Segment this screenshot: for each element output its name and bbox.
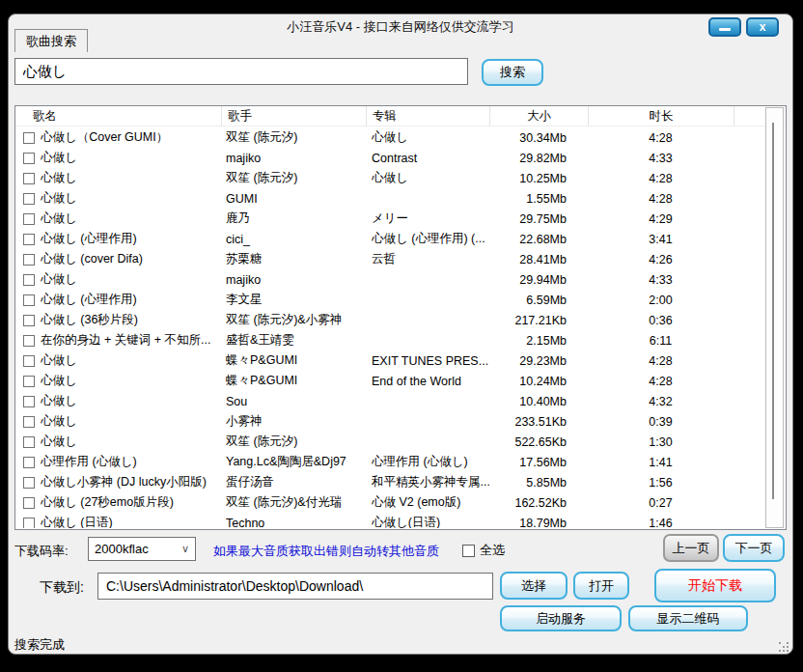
song-artist: Yang.Lc&陶陶居&Dj97 (221, 454, 366, 470)
row-checkbox[interactable] (23, 294, 35, 306)
table-row[interactable]: 心做し 双笙 (陈元汐) 心做し 10.25Mb 4:28 (15, 168, 786, 188)
row-checkbox[interactable] (23, 436, 35, 448)
song-name: 心做し (27秒emo版片段) (41, 494, 174, 511)
table-row[interactable]: 心做し（Cover GUMI） 双笙 (陈元汐) 心做し 30.34Mb 4:2… (15, 127, 786, 148)
song-size: 5.85Mb (489, 476, 588, 490)
table-row[interactable]: 心做し 鹿乃 メリー 29.75Mb 4:29 (15, 209, 786, 229)
song-duration: 0:27 (588, 496, 734, 510)
song-artist: 盛哲&王靖雯 (221, 332, 366, 349)
open-folder-button[interactable]: 打开 (573, 572, 629, 600)
song-album: 心做し (心理作用) (... (366, 231, 489, 247)
table-row[interactable]: 心做し majiko Contrast 29.82Mb 4:33 (15, 148, 786, 168)
song-duration: 4:28 (588, 131, 734, 145)
results-table: 歌名 歌手 专辑 大小 时长 心做し（Cover GUMI） 双笙 (陈元汐) … (14, 105, 787, 530)
column-header-song[interactable]: 歌名 (15, 106, 221, 126)
row-checkbox[interactable] (23, 518, 35, 529)
table-row[interactable]: 心做し 双笙 (陈元汐) 522.65Kb 1:30 (15, 432, 786, 452)
song-size: 29.82Mb (489, 152, 588, 165)
table-row[interactable]: 心做し小雾神 (DJ lucky小阳版) 蛋仔汤音 和平精英小雾神专属... 5… (15, 472, 786, 492)
bitrate-value: 2000kflac (95, 542, 149, 556)
close-icon: x (760, 20, 766, 34)
table-row[interactable]: 心做し GUMI 1.55Mb 4:28 (15, 188, 786, 209)
choose-folder-button[interactable]: 选择 (500, 572, 568, 600)
title-bar[interactable]: 小汪音乐V4 - 接口来自网络仅供交流学习 x (9, 14, 792, 40)
table-row[interactable]: 心做し majiko 29.94Mb 4:33 (15, 269, 786, 290)
row-checkbox[interactable] (23, 376, 35, 387)
select-all-control[interactable]: 全选 (462, 542, 505, 559)
song-name: 心做し (36秒片段) (41, 312, 138, 328)
song-name: 心做し (日语) (41, 515, 113, 528)
row-checkbox[interactable] (23, 396, 35, 407)
table-row[interactable]: 心做し 小雾神 233.51Kb 0:39 (15, 411, 786, 432)
table-row[interactable]: 心做し (日语) Techno 心做し(日语) 18.79Mb 1:46 (15, 513, 786, 528)
song-name: 心做し (心理作用) (41, 292, 137, 308)
row-checkbox[interactable] (23, 213, 35, 225)
row-checkbox[interactable] (23, 335, 35, 347)
row-checkbox[interactable] (23, 234, 35, 245)
row-checkbox[interactable] (23, 497, 35, 509)
bitrate-dropdown[interactable]: 2000kflac ∨ (88, 537, 196, 561)
table-row[interactable]: 心做し (心理作用) cici_ 心做し (心理作用) (... 22.68Mb… (15, 229, 786, 249)
song-album: メリー (366, 210, 489, 227)
row-checkbox[interactable] (23, 254, 35, 266)
song-artist: 蛋仔汤音 (221, 474, 366, 490)
column-header-album[interactable]: 专辑 (366, 106, 489, 126)
column-header-duration[interactable]: 时长 (588, 106, 734, 126)
table-row[interactable]: 心做し (36秒片段) 双笙 (陈元汐)&小雾神 217.21Kb 0:36 (15, 310, 786, 330)
song-artist: majiko (221, 152, 366, 165)
row-checkbox[interactable] (23, 457, 35, 468)
show-qrcode-button[interactable]: 显示二维码 (628, 605, 748, 631)
table-row[interactable]: 心做し (27秒emo版片段) 双笙 (陈元汐)&付光瑞 心做 V2 (emo版… (15, 492, 786, 513)
song-size: 217.21Kb (489, 314, 588, 327)
song-size: 233.51Kb (489, 415, 588, 429)
row-checkbox[interactable] (23, 274, 35, 286)
song-artist: 双笙 (陈元汐) (221, 170, 366, 186)
song-artist: 苏栗糖 (221, 251, 366, 267)
start-service-button[interactable]: 启动服务 (500, 605, 622, 631)
row-checkbox[interactable] (23, 193, 35, 205)
table-row[interactable]: 心做し (cover Difa) 苏栗糖 云哲 28.41Mb 4:26 (15, 249, 786, 269)
resize-grip-icon[interactable] (779, 642, 781, 644)
song-name: 心做し (41, 413, 77, 430)
row-checkbox[interactable] (23, 132, 35, 144)
scrollbar[interactable] (765, 107, 784, 528)
table-row[interactable]: 心做し (心理作用) 李文星 6.59Mb 2:00 (15, 290, 786, 310)
column-header-artist[interactable]: 歌手 (221, 106, 366, 126)
close-button[interactable]: x (746, 17, 779, 37)
table-row[interactable]: 心做し Sou 10.40Mb 4:32 (15, 391, 786, 411)
select-all-checkbox[interactable] (462, 545, 475, 557)
song-duration: 4:28 (588, 192, 734, 206)
search-button[interactable]: 搜索 (482, 59, 543, 86)
row-checkbox[interactable] (23, 173, 35, 184)
row-checkbox[interactable] (23, 416, 35, 428)
download-path-input[interactable] (97, 573, 493, 600)
column-header-size[interactable]: 大小 (489, 106, 588, 126)
scrollbar-thumb[interactable] (772, 123, 774, 499)
start-download-button[interactable]: 开始下载 (654, 569, 776, 602)
table-row[interactable]: 在你的身边 + 关键词 + 不知所... 盛哲&王靖雯 2.15Mb 6:11 (15, 330, 786, 350)
song-album: 和平精英小雾神专属... (366, 474, 489, 490)
row-checkbox[interactable] (23, 315, 35, 326)
song-name: 心做し (41, 170, 77, 186)
song-duration: 0:39 (588, 415, 734, 429)
song-size: 18.79Mb (489, 517, 588, 529)
song-name: 心理作用 (心做し) (41, 454, 137, 470)
song-duration: 4:33 (588, 152, 734, 165)
prev-page-button[interactable]: 上一页 (663, 534, 719, 562)
table-row[interactable]: 心理作用 (心做し) Yang.Lc&陶陶居&Dj97 心理作用 (心做し) 1… (15, 452, 786, 472)
table-row[interactable]: 心做し 蝶々P&GUMI End of the World 10.24Mb 4:… (15, 371, 786, 391)
minimize-button[interactable] (708, 17, 741, 37)
table-row[interactable]: 心做し 蝶々P&GUMI EXIT TUNES PRES... 29.23Mb … (15, 350, 786, 371)
song-artist: cici_ (221, 233, 366, 246)
row-checkbox[interactable] (23, 355, 35, 367)
tab-song-search[interactable]: 歌曲搜索 (14, 29, 88, 52)
row-checkbox[interactable] (23, 153, 35, 164)
next-page-button[interactable]: 下一页 (723, 534, 785, 562)
status-text: 搜索完成 (14, 636, 65, 654)
song-name: 心做し (41, 210, 77, 227)
search-input[interactable] (14, 58, 468, 85)
song-name: 心做し (41, 393, 77, 409)
song-size: 522.65Kb (489, 435, 588, 449)
quality-hint-text: 如果最大音质获取出错则自动转其他音质 (213, 543, 439, 560)
row-checkbox[interactable] (23, 477, 35, 489)
